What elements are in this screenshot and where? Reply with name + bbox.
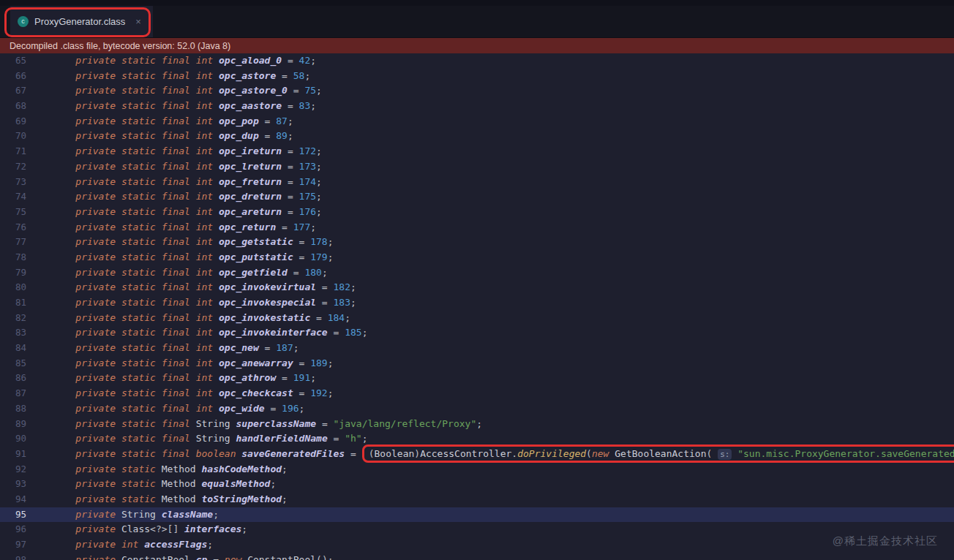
code-line[interactable]: 73 private static final int opc_freturn … xyxy=(0,175,954,190)
line-number[interactable]: 69 xyxy=(0,114,53,129)
annotation-box-code: (Boolean)AccessController.doPrivileged(n… xyxy=(362,444,954,463)
code-line[interactable]: 92 private static Method hashCodeMethod; xyxy=(0,462,954,477)
code-line[interactable]: 79 private static final int opc_getfield… xyxy=(0,265,954,281)
line-number[interactable]: 94 xyxy=(0,492,53,507)
code-text: private static final int opc_return = 17… xyxy=(53,220,316,235)
line-number[interactable]: 96 xyxy=(0,522,53,537)
code-text: private static final int opc_freturn = 1… xyxy=(53,175,322,190)
class-file-icon: c xyxy=(18,16,29,27)
code-line[interactable]: 65 private static final int opc_aload_0 … xyxy=(0,53,954,69)
code-text: private static final int opc_aastore = 8… xyxy=(53,99,316,114)
code-line[interactable]: 72 private static final int opc_lreturn … xyxy=(0,159,954,175)
code-text: private static final int opc_checkcast =… xyxy=(53,386,334,401)
code-text: private static final int opc_areturn = 1… xyxy=(53,205,322,220)
line-number[interactable]: 92 xyxy=(0,462,53,477)
code-text: private static final int opc_lreturn = 1… xyxy=(53,159,322,175)
line-number[interactable]: 98 xyxy=(0,553,53,560)
line-number[interactable]: 76 xyxy=(0,220,53,235)
code-line[interactable]: 81 private static final int opc_invokesp… xyxy=(0,295,954,311)
code-line[interactable]: 91 private static final boolean saveGene… xyxy=(0,447,954,462)
window-chrome xyxy=(0,0,954,6)
line-number[interactable]: 70 xyxy=(0,129,53,144)
code-line[interactable]: 83 private static final int opc_invokein… xyxy=(0,325,954,341)
tab-close-icon[interactable]: × xyxy=(135,16,141,27)
code-line[interactable]: 74 private static final int opc_dreturn … xyxy=(0,189,954,205)
line-number[interactable]: 82 xyxy=(0,311,53,326)
code-line[interactable]: 95 private String className; xyxy=(0,507,954,523)
line-number[interactable]: 74 xyxy=(0,189,53,205)
line-number[interactable]: 90 xyxy=(0,431,53,447)
line-number[interactable]: 86 xyxy=(0,371,53,386)
code-text: private int accessFlags; xyxy=(53,537,213,553)
code-text: private ConstantPool cp = new ConstantPo… xyxy=(53,553,334,560)
code-text: private static final int opc_anewarray =… xyxy=(53,356,334,371)
code-line[interactable]: 68 private static final int opc_aastore … xyxy=(0,99,954,114)
line-number[interactable]: 81 xyxy=(0,295,53,311)
line-number[interactable]: 84 xyxy=(0,341,53,356)
code-text: private static Method equalsMethod; xyxy=(53,477,276,492)
line-number[interactable]: 89 xyxy=(0,417,53,432)
code-text: private static final int opc_aload_0 = 4… xyxy=(53,53,316,69)
code-line[interactable]: 97 private int accessFlags; xyxy=(0,537,954,553)
tab-proxygenerator-class[interactable]: c ProxyGenerator.class × xyxy=(10,6,153,37)
code-text: private static final int opc_astore_0 = … xyxy=(53,83,322,99)
line-number[interactable]: 80 xyxy=(0,280,53,295)
line-number[interactable]: 87 xyxy=(0,386,53,401)
code-line[interactable]: 98 private ConstantPool cp = new Constan… xyxy=(0,553,954,560)
code-text: private static final int opc_invokeinter… xyxy=(53,325,368,341)
code-line[interactable]: 77 private static final int opc_getstati… xyxy=(0,235,954,250)
line-number[interactable]: 85 xyxy=(0,356,53,371)
code-text: private static final int opc_invokestati… xyxy=(53,311,350,326)
code-line[interactable]: 76 private static final int opc_return =… xyxy=(0,220,954,235)
code-line[interactable]: 89 private static final String superclas… xyxy=(0,417,954,432)
code-line[interactable]: 80 private static final int opc_invokevi… xyxy=(0,280,954,295)
code-text: private static final int opc_invokevirtu… xyxy=(53,280,356,295)
editor-tab-bar: c ProxyGenerator.class × xyxy=(0,6,954,38)
decompiler-notification-bar: Decompiled .class file, bytecode version… xyxy=(0,38,954,53)
notification-text: Decompiled .class file, bytecode version… xyxy=(10,41,230,51)
code-line[interactable]: 84 private static final int opc_new = 18… xyxy=(0,341,954,356)
line-number[interactable]: 66 xyxy=(0,69,53,84)
code-text: private static final int opc_invokespeci… xyxy=(53,295,356,311)
code-line[interactable]: 93 private static Method equalsMethod; xyxy=(0,477,954,492)
code-text: private static final int opc_new = 187; xyxy=(53,341,299,356)
line-number[interactable]: 73 xyxy=(0,175,53,190)
code-text: private static final int opc_dreturn = 1… xyxy=(53,189,322,205)
line-number[interactable]: 72 xyxy=(0,159,53,175)
code-line[interactable]: 75 private static final int opc_areturn … xyxy=(0,205,954,220)
code-line[interactable]: 87 private static final int opc_checkcas… xyxy=(0,386,954,401)
line-number[interactable]: 91 xyxy=(0,447,53,462)
line-number[interactable]: 88 xyxy=(0,401,53,417)
line-number[interactable]: 75 xyxy=(0,205,53,220)
code-line[interactable]: 78 private static final int opc_putstati… xyxy=(0,250,954,265)
line-number[interactable]: 68 xyxy=(0,99,53,114)
line-number[interactable]: 83 xyxy=(0,325,53,341)
code-line[interactable]: 96 private Class<?>[] interfaces; xyxy=(0,522,954,537)
code-text: private static final int opc_pop = 87; xyxy=(53,114,293,129)
code-line[interactable]: 67 private static final int opc_astore_0… xyxy=(0,83,954,99)
line-number[interactable]: 78 xyxy=(0,250,53,265)
watermark: @稀土掘金技术社区 xyxy=(833,534,938,548)
code-line[interactable]: 66 private static final int opc_astore =… xyxy=(0,69,954,84)
code-line[interactable]: 94 private static Method toStringMethod; xyxy=(0,492,954,507)
code-line[interactable]: 86 private static final int opc_athrow =… xyxy=(0,371,954,386)
line-number[interactable]: 65 xyxy=(0,53,53,69)
code-text: private static final boolean saveGenerat… xyxy=(53,447,954,462)
line-number[interactable]: 95 xyxy=(0,507,53,523)
line-number[interactable]: 71 xyxy=(0,144,53,159)
code-line[interactable]: 82 private static final int opc_invokest… xyxy=(0,311,954,326)
code-text: private Class<?>[] interfaces; xyxy=(53,522,247,537)
code-text: private static final String handlerField… xyxy=(53,431,368,447)
line-number[interactable]: 67 xyxy=(0,83,53,99)
code-editor[interactable]: 65 private static final int opc_aload_0 … xyxy=(0,53,954,560)
code-line[interactable]: 70 private static final int opc_dup = 89… xyxy=(0,129,954,144)
code-line[interactable]: 71 private static final int opc_ireturn … xyxy=(0,144,954,159)
line-number[interactable]: 79 xyxy=(0,265,53,281)
line-number[interactable]: 97 xyxy=(0,537,53,553)
code-lines: 65 private static final int opc_aload_0 … xyxy=(0,53,954,560)
code-line[interactable]: 69 private static final int opc_pop = 87… xyxy=(0,114,954,129)
line-number[interactable]: 93 xyxy=(0,477,53,492)
line-number[interactable]: 77 xyxy=(0,235,53,250)
code-line[interactable]: 88 private static final int opc_wide = 1… xyxy=(0,401,954,417)
code-line[interactable]: 85 private static final int opc_anewarra… xyxy=(0,356,954,371)
